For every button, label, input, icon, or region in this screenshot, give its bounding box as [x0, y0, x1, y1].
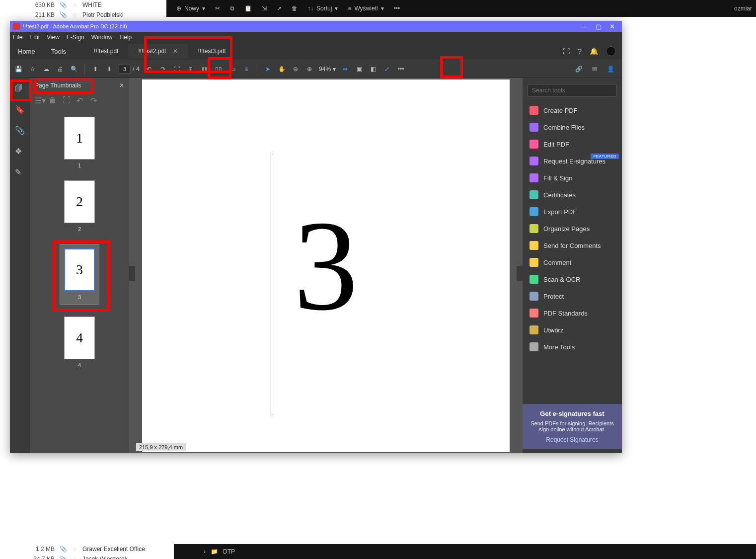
attachments-rail-icon[interactable]: 📎: [15, 126, 25, 136]
print-icon[interactable]: 🖨: [56, 65, 65, 74]
bg-new[interactable]: ⊕ Nowy ▾: [176, 5, 205, 12]
search-tools-input[interactable]: [528, 84, 617, 97]
tool-icon: [529, 258, 538, 267]
zoom-display[interactable]: 94% ▾: [319, 66, 336, 73]
tool-combine-files[interactable]: Combine Files: [523, 119, 622, 136]
share-icon[interactable]: 👤: [606, 65, 615, 74]
close-tab-icon[interactable]: ✕: [173, 48, 178, 55]
tool-pdf-standards[interactable]: PDF Standards: [523, 305, 622, 321]
rotate-cw-icon[interactable]: ↷: [158, 65, 167, 74]
spread-icon[interactable]: ▯▯: [214, 65, 223, 74]
thumbnail-page-3[interactable]: 33: [60, 244, 99, 305]
rotate-ccw-icon[interactable]: ↶: [145, 65, 153, 74]
avatar[interactable]: [606, 46, 616, 56]
thumbnail-page-4[interactable]: 44: [64, 317, 95, 368]
tool-send-for-comments[interactable]: Send for Comments: [523, 237, 622, 254]
thumbnail-page-1[interactable]: 11: [64, 117, 95, 168]
doc-tab-2[interactable]: !!!test2.pdf✕: [128, 44, 188, 59]
layers-rail-icon[interactable]: ❖: [15, 147, 25, 157]
read-mode-icon[interactable]: ⤢: [382, 65, 391, 74]
menu-help[interactable]: Help: [120, 34, 132, 41]
maximize-button[interactable]: ▢: [596, 23, 602, 30]
delete-page-icon[interactable]: 🗑: [49, 96, 57, 104]
bg-cut-icon[interactable]: ✂: [215, 5, 220, 12]
minimize-button[interactable]: —: [581, 23, 588, 30]
tool-create-pdf[interactable]: Create PDF: [523, 102, 622, 119]
promo-title: Get e-signatures fast: [528, 410, 617, 417]
bg-copy-icon[interactable]: ⧉: [230, 5, 234, 12]
menu-window[interactable]: Window: [91, 34, 113, 41]
pointer-icon[interactable]: ➤: [263, 65, 272, 74]
collapse-right-icon[interactable]: [517, 266, 523, 281]
tool-more-tools[interactable]: More Tools: [523, 338, 622, 355]
crop-icon[interactable]: ⛶: [172, 65, 181, 74]
menu-edit[interactable]: Edit: [29, 34, 40, 41]
bg-more-icon[interactable]: •••: [394, 5, 400, 12]
split-icon[interactable]: ⫿⫿: [200, 65, 209, 74]
tool-protect[interactable]: Protect: [523, 288, 622, 305]
bell-icon[interactable]: 🔔: [590, 47, 598, 55]
page-up-icon[interactable]: ⬆: [91, 65, 100, 74]
help-icon[interactable]: ?: [578, 47, 582, 55]
document-view[interactable]: 3 215,9 x 279,4 mm: [129, 78, 523, 453]
hand-icon[interactable]: ✋: [277, 65, 286, 74]
tool-scan-ocr[interactable]: Scan & OCR: [523, 271, 622, 288]
bg-delete-icon[interactable]: 🗑: [292, 5, 298, 12]
page-down-icon[interactable]: ⬇: [105, 65, 114, 74]
bg-view[interactable]: ≡ Wyświetl ▾: [348, 5, 383, 12]
rotate-ccw-thumb-icon[interactable]: ↶: [76, 96, 84, 104]
left-rail: 🗐 🔖 📎 ❖ ✎: [10, 78, 30, 453]
menu-esign[interactable]: E-Sign: [67, 34, 84, 41]
tool-edit-pdf[interactable]: Edit PDF: [523, 136, 622, 153]
main-toolbar: 💾 ☆ ☁ 🖨 🔍 ⬆ ⬇ / 4 ↶ ↷ ⛶ 🗎 ⫿⫿ ▯▯ ▭ ≡ ➤ ✋ …: [10, 60, 622, 78]
bg-sort[interactable]: ↑↓ Sortuj ▾: [307, 5, 338, 12]
bookmarks-rail-icon[interactable]: 🔖: [15, 105, 25, 115]
tool-icon: [529, 157, 538, 165]
close-panel-icon[interactable]: ✕: [119, 82, 124, 89]
doc-tab-1[interactable]: !!!test.pdf: [84, 44, 128, 59]
page-input[interactable]: [119, 65, 131, 74]
home-tab[interactable]: Home: [10, 44, 43, 59]
zoom-out-icon[interactable]: ⊖: [291, 65, 300, 74]
doc-tab-3[interactable]: !!!test3.pdf: [188, 44, 235, 59]
menu-file[interactable]: File: [13, 34, 22, 41]
tool-organize-pages[interactable]: Organize Pages: [523, 220, 622, 237]
cloud-icon[interactable]: ☁: [42, 65, 51, 74]
close-button[interactable]: ✕: [609, 23, 615, 30]
fit-visible-icon[interactable]: ◧: [369, 65, 378, 74]
star-icon[interactable]: ☆: [28, 65, 37, 74]
bg-paste-icon[interactable]: 📋: [244, 5, 252, 12]
mail-icon[interactable]: ✉: [590, 65, 599, 74]
more-icon[interactable]: •••: [396, 65, 405, 74]
thumbnails-rail-icon[interactable]: 🗐: [15, 84, 25, 94]
bg-share-icon[interactable]: ↗: [277, 5, 282, 12]
background-toolbar: ⊕ Nowy ▾ ✂ ⧉ 📋 ⇲ ↗ 🗑 ↑↓ Sortuj ▾ ≡ Wyświ…: [166, 0, 756, 17]
tool-utw-rz[interactable]: Utwórz: [523, 321, 622, 338]
collapse-left-icon[interactable]: [129, 266, 135, 281]
tool-icon: [529, 275, 538, 284]
bg-rename-icon[interactable]: ⇲: [262, 5, 267, 12]
link-icon[interactable]: 🔗: [574, 65, 583, 74]
tool-export-pdf[interactable]: Export PDF: [523, 203, 622, 220]
fullscreen-icon[interactable]: ▭: [228, 65, 237, 74]
thumbnail-page-2[interactable]: 22: [64, 180, 95, 232]
rotate-cw-thumb-icon[interactable]: ↷: [90, 96, 98, 104]
page-icon[interactable]: 🗎: [186, 65, 195, 74]
fit-width-icon[interactable]: ⇔: [341, 65, 350, 74]
fit-page-icon[interactable]: ▣: [355, 65, 364, 74]
save-icon[interactable]: 💾: [14, 65, 23, 74]
lines-icon[interactable]: ≡: [242, 65, 251, 74]
options-icon[interactable]: ☰▾: [35, 96, 43, 104]
screen-icon[interactable]: ⛶: [563, 47, 570, 55]
tool-comment[interactable]: Comment: [523, 254, 622, 271]
signatures-rail-icon[interactable]: ✎: [15, 167, 25, 177]
menu-view[interactable]: View: [47, 34, 60, 41]
tools-tab[interactable]: Tools: [43, 44, 74, 59]
search-icon[interactable]: 🔍: [70, 65, 78, 74]
tool-request-e-signatures[interactable]: Request E-signaturesFEATURED: [523, 153, 622, 169]
crop-pages-icon[interactable]: ⛶: [63, 96, 71, 104]
tool-fill-sign[interactable]: Fill & Sign: [523, 169, 622, 186]
promo-link[interactable]: Request Signatures: [528, 436, 617, 443]
zoom-in-icon[interactable]: ⊕: [305, 65, 314, 74]
tool-certificates[interactable]: Certificates: [523, 186, 622, 203]
